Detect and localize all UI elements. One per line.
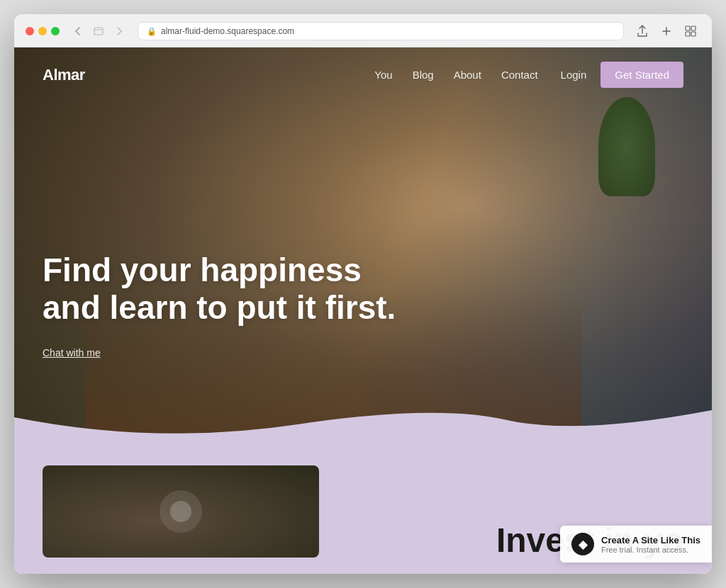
website-content: Almar You Blog About Contact Login Get S… <box>14 47 712 574</box>
browser-chrome: 🔒 almar-fluid-demo.squarespace.com <box>14 14 712 47</box>
badge-main-text: Create A Site Like This <box>601 535 700 545</box>
nav-login[interactable]: Login <box>561 69 587 81</box>
maximize-button[interactable] <box>51 27 60 35</box>
svg-rect-0 <box>94 28 103 35</box>
svg-rect-7 <box>691 32 696 36</box>
nav-link-about[interactable]: About <box>454 69 481 81</box>
address-bar[interactable]: 🔒 almar-fluid-demo.squarespace.com <box>138 22 624 40</box>
hero-headline-line2: and learn to put it first. <box>43 289 396 326</box>
svg-rect-6 <box>686 32 690 36</box>
traffic-lights <box>26 27 60 35</box>
nav-link-you[interactable]: You <box>374 69 392 81</box>
squarespace-icon: ◆ <box>571 533 594 555</box>
close-button[interactable] <box>26 27 34 35</box>
tab-grid-button[interactable] <box>681 21 700 41</box>
url-text: almar-fluid-demo.squarespace.com <box>161 26 294 36</box>
chat-with-me-link[interactable]: Chat with me <box>43 347 101 358</box>
browser-nav <box>68 22 129 40</box>
hero-text: Find your happiness and learn to put it … <box>43 251 396 359</box>
plant-right <box>584 97 669 225</box>
browser-window: 🔒 almar-fluid-demo.squarespace.com <box>14 14 712 574</box>
navbar: Almar You Blog About Contact Login Get S… <box>14 47 712 102</box>
card-icon <box>160 490 202 533</box>
svg-rect-5 <box>691 26 696 30</box>
new-tab-button[interactable] <box>657 21 676 41</box>
hero-headline-line1: Find your happiness <box>43 251 362 288</box>
second-card <box>43 465 319 558</box>
get-started-button[interactable]: Get Started <box>601 62 683 88</box>
svg-rect-4 <box>686 26 690 30</box>
card-inner <box>43 465 319 558</box>
lock-icon: 🔒 <box>147 27 157 36</box>
nav-link-contact[interactable]: Contact <box>501 69 538 81</box>
hero-section: Almar You Blog About Contact Login Get S… <box>14 47 712 444</box>
card-icon-inner <box>170 501 191 522</box>
badge-text: Create A Site Like This Free trial. Inst… <box>601 535 700 554</box>
share-button[interactable] <box>632 21 652 41</box>
browser-actions <box>632 21 700 41</box>
hero-headline: Find your happiness and learn to put it … <box>43 251 396 327</box>
minimize-button[interactable] <box>38 27 47 35</box>
nav-link-blog[interactable]: Blog <box>413 69 434 81</box>
back-button[interactable] <box>68 22 86 40</box>
wave-divider <box>14 389 712 444</box>
brand-logo[interactable]: Almar <box>43 66 374 84</box>
forward-button[interactable] <box>111 22 129 40</box>
second-section: Invest in yo ◆ Create A Site Like This F… <box>14 444 712 574</box>
window-toggle[interactable] <box>89 22 108 40</box>
squarespace-badge[interactable]: ◆ Create A Site Like This Free trial. In… <box>560 526 712 562</box>
nav-links: You Blog About Contact <box>374 69 537 81</box>
badge-sub-text: Free trial. Instant access. <box>601 545 700 554</box>
